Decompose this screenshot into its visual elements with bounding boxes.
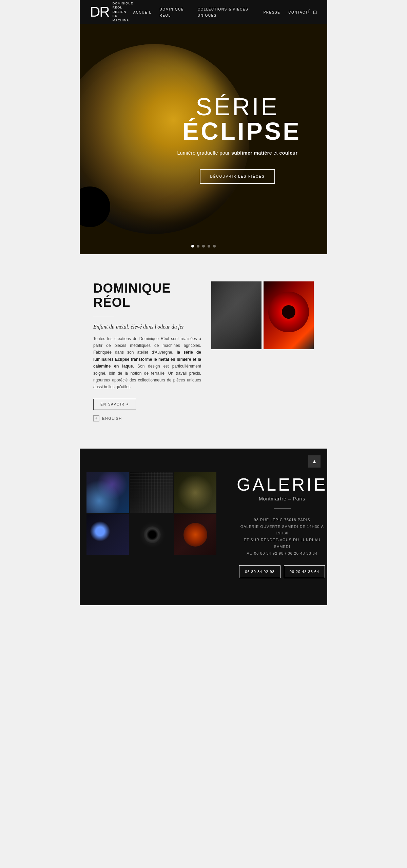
nav-presse[interactable]: PRESSE [264,11,280,14]
facebook-icon[interactable]: f [308,9,310,15]
nav-social: f ◻ [308,9,317,15]
about-learn-more-button[interactable]: EN SAVOIR + [93,399,136,410]
gallery-title: GALERIE [237,476,327,493]
nav-dominique-reol[interactable]: DOMINIQUE RÉOL [160,7,184,17]
scroll-top-button[interactable]: ▲ [308,455,321,468]
phone-1-button[interactable]: 06 80 34 92 98 [239,565,280,578]
about-tagline: Enfant du métal, élevé dans l'odeur du f… [93,324,201,330]
phone-2-button[interactable]: 06 20 48 33 64 [284,565,325,578]
about-inner: DOMINIQUERÉOL Enfant du métal, élevé dan… [93,281,314,421]
nav-collections[interactable]: COLLECTIONS & PIÈCES UNIQUES [198,7,248,17]
hero-discover-button[interactable]: DÉCOUVRIR LES PIÈCES [200,169,275,184]
hero-section: SÉRIE ÉCLIPSE Lumière graduelle pour sub… [80,24,327,254]
hero-title-right: ÉCLIPSE [182,118,301,145]
hero-dot-4[interactable] [208,245,210,248]
logo[interactable]: DR DOMINIQUE RÉOL DESIGN EX MACHINA [90,1,133,23]
hero-subtitle: Lumière graduelle pour sublimer matière … [148,150,327,156]
gallery-cell-4 [86,514,129,555]
nav-accueil[interactable]: ACCUEIL [133,11,152,14]
about-images [211,281,314,349]
about-images-row [211,281,314,349]
gallery-address: 98 RUE LEPIC 75018 PARIS GALERIE OUVERTE… [237,517,327,557]
hero-content: SÉRIE ÉCLIPSE Lumière graduelle pour sub… [148,95,327,184]
logo-dr: DR [90,5,109,19]
hero-dot-5[interactable] [213,245,216,248]
gallery-cell-5 [130,514,173,555]
about-image-1 [211,281,261,349]
about-left: DOMINIQUERÉOL Enfant du métal, élevé dan… [93,281,201,421]
gallery-section: ▲ GALERIE Montmartre – Paris 98 RUE LEPI… [80,449,327,605]
gallery-images [80,469,223,558]
hero-dot-1[interactable] [191,245,194,248]
nav-contact[interactable]: CONTACT [288,11,308,14]
hero-title: SÉRIE ÉCLIPSE [148,95,327,143]
gallery-divider [274,508,291,509]
logo-text: DOMINIQUE RÉOL DESIGN EX MACHINA [113,1,133,23]
gallery-cell-2 [130,472,173,513]
about-title: DOMINIQUERÉOL [93,281,201,310]
navbar: DR DOMINIQUE RÉOL DESIGN EX MACHINA ACCU… [80,0,327,24]
gallery-phones: 06 80 34 92 98 06 20 48 33 64 [237,565,327,578]
hero-title-left: SÉRIE [196,93,279,120]
english-label: ENGLISH [102,416,122,420]
about-section: DOMINIQUERÉOL Enfant du métal, élevé dan… [80,254,327,449]
hero-dot-3[interactable] [202,245,205,248]
english-plus-icon: + [93,415,99,421]
gallery-cell-3 [174,472,216,513]
instagram-icon[interactable]: ◻ [313,9,317,15]
about-body: Toutes les créations de Dominique Réol s… [93,335,201,391]
about-image-2 [264,281,314,349]
about-divider [93,317,114,317]
gallery-subtitle: Montmartre – Paris [237,496,327,501]
gallery-inner: GALERIE Montmartre – Paris 98 RUE LEPIC … [80,469,327,585]
gallery-info: GALERIE Montmartre – Paris 98 RUE LEPIC … [223,469,327,585]
gallery-cell-1 [86,472,129,513]
hero-dot-2[interactable] [197,245,199,248]
about-english[interactable]: + ENGLISH [93,415,201,421]
hero-dots [191,245,216,248]
nav-links: ACCUEIL DOMINIQUE RÉOL COLLECTIONS & PIÈ… [133,6,308,18]
gallery-cell-6 [174,514,216,555]
